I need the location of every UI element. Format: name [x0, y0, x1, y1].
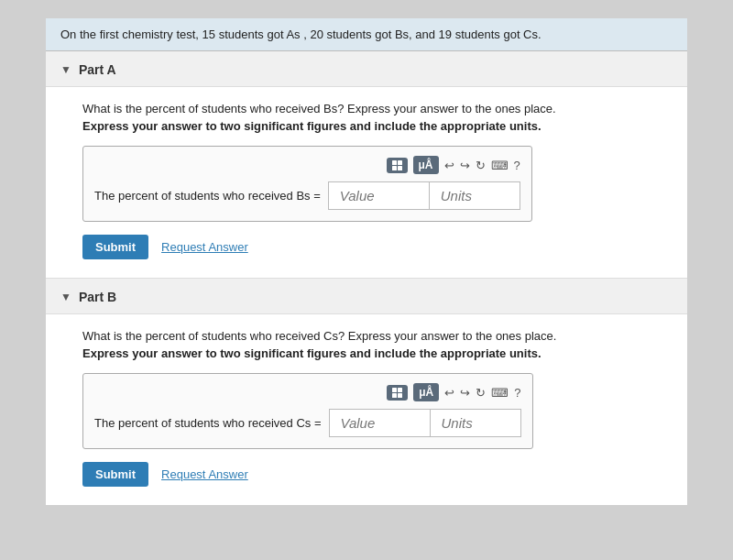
- part-a-action-row: Submit Request Answer: [82, 235, 651, 259]
- part-a-toolbar: μÅ ↩ ↪ ↻ ⌨ ?: [94, 156, 520, 174]
- part-b-input-row: The percent of students who received Cs …: [94, 409, 521, 437]
- part-a-request-answer-button[interactable]: Request Answer: [161, 240, 248, 254]
- part-a-answer-box: μÅ ↩ ↪ ↻ ⌨ ? The percent of students who…: [82, 146, 532, 222]
- part-b-question-line2: Express your answer to two significant f…: [82, 346, 651, 360]
- part-a-input-row: The percent of students who received Bs …: [94, 181, 520, 210]
- part-b-request-answer-button[interactable]: Request Answer: [161, 467, 248, 481]
- part-a-value-input[interactable]: [328, 181, 429, 210]
- part-a-submit-button[interactable]: Submit: [82, 235, 148, 259]
- part-b-submit-button[interactable]: Submit: [82, 462, 148, 487]
- part-a-grid-button[interactable]: [387, 158, 408, 173]
- part-b-grid-button[interactable]: [387, 385, 408, 401]
- part-b-answer-box: μÅ ↩ ↪ ↻ ⌨ ? The percent of students who…: [82, 373, 533, 449]
- part-b-mu-button[interactable]: μÅ: [413, 383, 439, 401]
- part-b-keyboard-icon[interactable]: ⌨: [491, 386, 509, 400]
- part-a-units-input[interactable]: [429, 181, 520, 210]
- part-b-units-input[interactable]: [430, 409, 521, 437]
- part-b-redo-icon[interactable]: ↪: [460, 386, 470, 400]
- grid-icon: [392, 160, 402, 170]
- part-a-redo-icon[interactable]: ↪: [460, 159, 470, 172]
- part-b-toolbar: μÅ ↩ ↪ ↻ ⌨ ?: [94, 383, 521, 401]
- part-b-undo-icon[interactable]: ↩: [444, 386, 454, 400]
- grid-icon-b: [392, 388, 402, 398]
- part-b-label: Part B: [79, 290, 116, 304]
- problem-text: On the first chemistry test, 15 students…: [60, 27, 542, 41]
- part-b-input-label: The percent of students who received Cs …: [94, 416, 322, 430]
- part-a-help-icon[interactable]: ?: [514, 159, 520, 172]
- part-a-label: Part A: [79, 62, 116, 77]
- part-a-refresh-icon[interactable]: ↻: [476, 159, 486, 172]
- part-a-arrow: ▼: [60, 63, 71, 76]
- part-a-undo-icon[interactable]: ↩: [444, 159, 454, 172]
- parts-divider: [46, 278, 687, 279]
- page-container: On the first chemistry test, 15 students…: [46, 18, 687, 505]
- part-b-section: ▼ Part B What is the percent of students…: [46, 280, 687, 505]
- part-a-question-line1: What is the percent of students who rece…: [82, 102, 651, 115]
- mu-label: μÅ: [419, 159, 433, 171]
- part-b-value-input[interactable]: [329, 409, 430, 437]
- part-a-section: ▼ Part A What is the percent of students…: [46, 53, 687, 278]
- part-b-question-line1: What is the percent of students who rece…: [82, 329, 651, 343]
- part-b-header[interactable]: ▼ Part B: [46, 280, 687, 314]
- part-b-help-icon[interactable]: ?: [514, 386, 520, 400]
- part-b-content: What is the percent of students who rece…: [46, 314, 687, 505]
- part-a-keyboard-icon[interactable]: ⌨: [491, 159, 509, 172]
- problem-statement: On the first chemistry test, 15 students…: [46, 18, 687, 51]
- part-a-mu-button[interactable]: μÅ: [413, 156, 439, 174]
- mu-label-b: μÅ: [419, 386, 433, 399]
- part-a-question-line2: Express your answer to two significant f…: [82, 119, 651, 133]
- part-b-arrow: ▼: [60, 291, 71, 303]
- part-a-input-label: The percent of students who received Bs …: [94, 189, 321, 203]
- part-a-header[interactable]: ▼ Part A: [46, 53, 687, 87]
- part-b-refresh-icon[interactable]: ↻: [476, 386, 486, 400]
- part-b-action-row: Submit Request Answer: [82, 462, 651, 487]
- part-a-content: What is the percent of students who rece…: [46, 87, 687, 278]
